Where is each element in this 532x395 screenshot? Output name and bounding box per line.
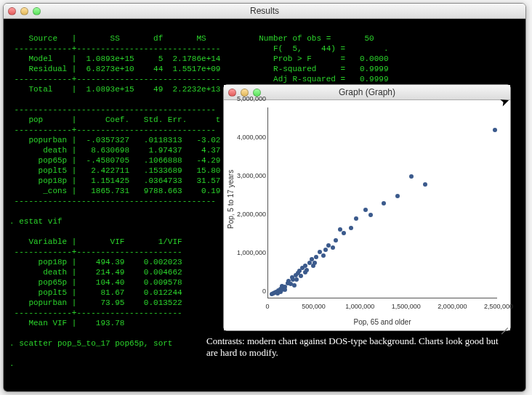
scatter-point	[363, 208, 368, 212]
x-tick-label: 2,000,000	[438, 303, 467, 310]
scatter-point	[299, 274, 303, 278]
scatter-point	[354, 216, 358, 221]
x-tick-label: 500,000	[302, 303, 326, 310]
x-tick-label: 1,500,000	[392, 303, 421, 310]
scatter-point	[409, 174, 414, 179]
y-axis-label: Pop, 5 to 17 years	[227, 100, 237, 298]
annotation-caption: Contrasts: modern chart against DOS-type…	[206, 335, 512, 359]
scatter-point	[342, 231, 346, 235]
results-titlebar[interactable]: Results	[4, 4, 525, 19]
y-tick-label: 2,000,000	[237, 211, 266, 218]
scatter-point	[323, 248, 328, 252]
y-tick-label: 3,000,000	[237, 172, 266, 179]
scatter-point	[326, 243, 331, 248]
scatter-point	[292, 283, 297, 288]
scatter-point	[382, 201, 386, 205]
graph-title: Graph (Graph)	[224, 87, 510, 97]
x-axis-label: Pop, 65 and older	[267, 318, 497, 326]
y-tick-label: 1,000,000	[237, 249, 266, 256]
scatter-point	[283, 288, 287, 292]
x-tick-label: 1,000,000	[345, 303, 374, 310]
scatter-point	[423, 182, 427, 187]
scatter-point	[305, 268, 309, 272]
results-title: Results	[4, 6, 525, 16]
scatter-point	[314, 255, 318, 259]
x-tick-label: 2,500,000	[484, 303, 513, 310]
graph-body: Pop, 5 to 17 years Pop, 65 and older 050…	[224, 100, 510, 330]
scatter-point	[349, 226, 353, 230]
scatter-point	[368, 213, 373, 217]
scatter-point	[303, 264, 307, 268]
graph-window: Graph (Graph) Pop, 5 to 17 years Pop, 65…	[223, 84, 511, 331]
scatter-point	[313, 261, 317, 265]
scatter-point	[334, 238, 338, 243]
x-tick-label: 0	[265, 303, 269, 310]
graph-titlebar[interactable]: Graph (Graph)	[224, 85, 510, 100]
resize-grip-icon[interactable]	[499, 319, 508, 328]
scatter-point	[493, 128, 497, 132]
y-tick-label: 0	[237, 288, 266, 295]
scatter-point	[395, 194, 400, 198]
scatter-point	[331, 245, 335, 250]
y-tick-label: 5,000,000	[237, 95, 266, 102]
y-tick-label: 4,000,000	[237, 134, 266, 141]
scatter-plot	[267, 107, 497, 298]
scatter-point	[321, 253, 326, 258]
